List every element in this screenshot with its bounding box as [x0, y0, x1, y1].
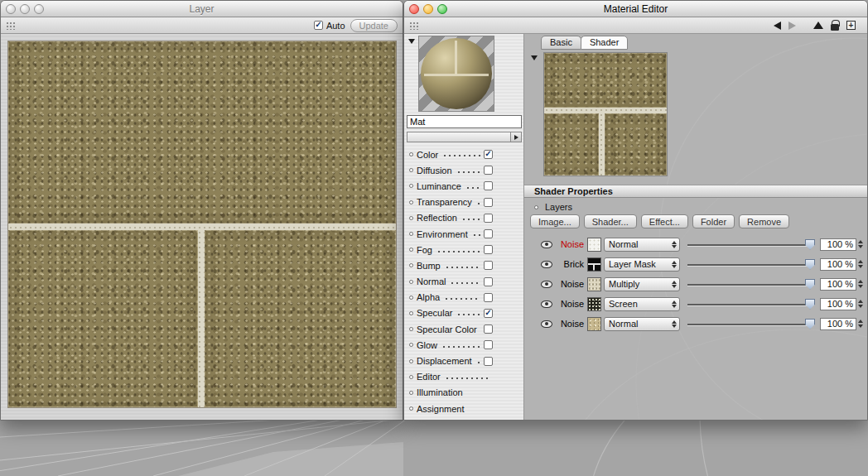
- slider-knob[interactable]: [805, 279, 815, 290]
- opacity-value[interactable]: 100 %: [820, 278, 856, 291]
- opacity-slider[interactable]: [687, 277, 815, 291]
- slider-knob[interactable]: [805, 259, 815, 270]
- opacity-stepper[interactable]: [858, 240, 863, 248]
- channel-row-transparency[interactable]: Transparency✓: [404, 195, 523, 210]
- opacity-value[interactable]: 100 %: [820, 258, 856, 271]
- slider-knob[interactable]: [805, 319, 815, 329]
- channel-checkbox[interactable]: ✓: [484, 293, 493, 302]
- stepper-down-icon: [858, 265, 863, 268]
- slider-knob[interactable]: [805, 299, 815, 310]
- image-button[interactable]: Image...: [530, 214, 580, 228]
- shader-texture-preview[interactable]: [543, 52, 668, 176]
- material-name-input[interactable]: [407, 115, 522, 128]
- opacity-slider[interactable]: [687, 297, 815, 311]
- visibility-eye-icon[interactable]: [541, 320, 552, 328]
- opacity-stepper[interactable]: [858, 280, 863, 288]
- popup-arrow-button[interactable]: [510, 132, 521, 142]
- close-button[interactable]: [6, 4, 16, 14]
- toolbar-grip-icon[interactable]: [6, 21, 15, 30]
- up-icon[interactable]: [813, 22, 823, 29]
- blend-mode-select[interactable]: Layer Mask: [604, 257, 680, 272]
- channel-row-fog[interactable]: Fog✓: [404, 242, 523, 257]
- back-icon[interactable]: [774, 22, 781, 30]
- channel-row-specular[interactable]: Specular✓: [404, 305, 523, 321]
- visibility-eye-icon[interactable]: [541, 261, 552, 268]
- opacity-stepper[interactable]: [858, 260, 863, 268]
- folder-button[interactable]: Folder: [692, 214, 735, 228]
- channel-row-specular-color[interactable]: Specular Color✓: [404, 321, 523, 337]
- material-preview[interactable]: [418, 36, 494, 112]
- slider-knob[interactable]: [805, 239, 815, 250]
- forward-icon[interactable]: [788, 22, 796, 30]
- dot-leader: [444, 257, 480, 273]
- opacity-value[interactable]: 100 %: [820, 318, 856, 330]
- visibility-eye-icon[interactable]: [541, 241, 552, 248]
- material-popup-bar[interactable]: [407, 132, 522, 142]
- blend-mode-select[interactable]: Normal: [604, 238, 680, 252]
- blend-mode-select[interactable]: Screen: [604, 297, 680, 311]
- blend-mode-select[interactable]: Normal: [604, 317, 680, 331]
- channel-row-glow[interactable]: Glow✓: [404, 337, 523, 353]
- channel-row-bump[interactable]: Bump✓: [404, 257, 523, 273]
- channel-row-alpha[interactable]: Alpha✓: [404, 290, 523, 305]
- channel-row-reflection[interactable]: Reflection✓: [404, 210, 523, 226]
- auto-checkbox[interactable]: ✓: [314, 21, 323, 30]
- blend-mode-select[interactable]: Multiply: [604, 277, 680, 291]
- channel-checkbox[interactable]: ✓: [484, 214, 493, 223]
- channel-checkbox[interactable]: ✓: [484, 245, 493, 254]
- remove-button[interactable]: Remove: [739, 214, 789, 228]
- material-editor-titlebar[interactable]: Material Editor: [404, 1, 867, 17]
- opacity-slider[interactable]: [687, 317, 815, 331]
- minimize-button[interactable]: [20, 4, 30, 14]
- channel-checkbox[interactable]: ✓: [484, 261, 493, 270]
- minimize-button[interactable]: [423, 4, 433, 14]
- opacity-stepper[interactable]: [858, 300, 863, 308]
- layer-titlebar[interactable]: Layer: [1, 1, 403, 17]
- channel-checkbox[interactable]: ✓: [484, 198, 493, 207]
- channel-row-assignment[interactable]: Assignment: [404, 401, 523, 416]
- auto-checkbox-group[interactable]: ✓ Auto: [314, 21, 345, 31]
- channel-row-illumination[interactable]: Illumination: [404, 385, 523, 401]
- visibility-eye-icon[interactable]: [541, 301, 552, 308]
- opacity-slider[interactable]: [687, 257, 815, 272]
- channel-row-normal[interactable]: Normal✓: [404, 274, 523, 290]
- toolbar-grip-icon[interactable]: [409, 21, 418, 30]
- channel-checkbox[interactable]: ✓: [484, 229, 493, 238]
- channel-checkbox[interactable]: ✓: [484, 181, 493, 190]
- update-button[interactable]: Update: [350, 19, 398, 32]
- add-icon[interactable]: [846, 21, 856, 30]
- channel-checkbox[interactable]: ✓: [484, 166, 493, 175]
- tab-basic[interactable]: Basic: [541, 36, 581, 50]
- preview-disclosure-icon[interactable]: [408, 39, 415, 44]
- channel-row-editor[interactable]: Editor: [404, 369, 523, 385]
- shader-expander-icon[interactable]: [531, 55, 538, 60]
- channel-checkbox[interactable]: ✓: [484, 325, 493, 334]
- channel-checkbox[interactable]: ✓: [484, 340, 493, 349]
- tab-shader[interactable]: Shader: [581, 36, 628, 50]
- shader-button[interactable]: Shader...: [584, 214, 637, 228]
- layer-thumbnail[interactable]: [587, 317, 601, 331]
- channel-checkbox[interactable]: ✓: [484, 150, 493, 159]
- channel-checkbox[interactable]: ✓: [484, 277, 493, 286]
- opacity-value[interactable]: 100 %: [820, 298, 856, 310]
- visibility-eye-icon[interactable]: [541, 281, 552, 288]
- channel-checkbox[interactable]: ✓: [484, 309, 493, 318]
- layer-thumbnail[interactable]: [587, 297, 601, 311]
- opacity-stepper[interactable]: [858, 320, 863, 328]
- channel-row-displacement[interactable]: Displacement✓: [404, 353, 523, 368]
- layer-thumbnail[interactable]: [587, 257, 601, 272]
- channel-checkbox[interactable]: ✓: [484, 357, 493, 366]
- layer-thumbnail[interactable]: [587, 277, 601, 291]
- channel-row-diffusion[interactable]: Diffusion✓: [404, 162, 523, 178]
- opacity-value[interactable]: 100 %: [820, 238, 856, 251]
- lock-icon[interactable]: [831, 24, 839, 31]
- layer-thumbnail[interactable]: [587, 238, 601, 252]
- close-button[interactable]: [409, 4, 419, 14]
- zoom-button[interactable]: [437, 4, 447, 14]
- zoom-button[interactable]: [34, 4, 44, 14]
- channel-row-luminance[interactable]: Luminance✓: [404, 178, 523, 194]
- channel-row-color[interactable]: Color✓: [404, 147, 523, 162]
- opacity-slider[interactable]: [687, 238, 815, 252]
- effect-button[interactable]: Effect...: [641, 214, 688, 228]
- channel-row-environment[interactable]: Environment✓: [404, 226, 523, 242]
